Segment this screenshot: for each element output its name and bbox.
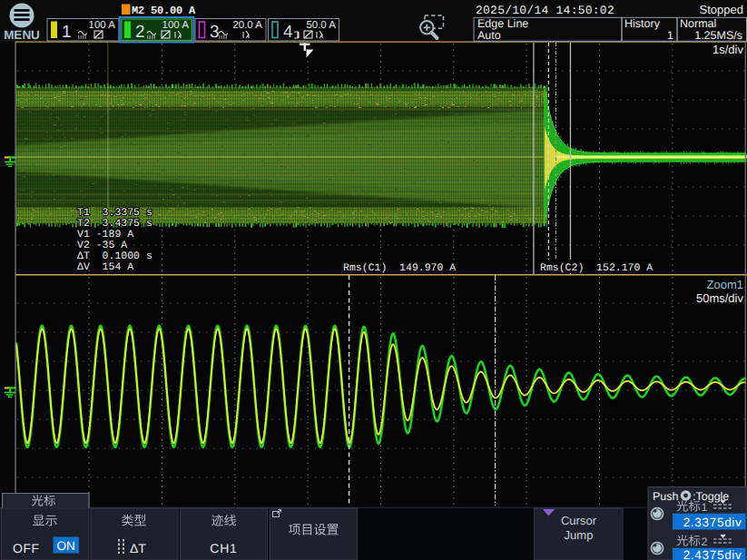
svg-text:4: 4: [283, 23, 293, 42]
svg-text:50.0 A: 50.0 A: [306, 20, 336, 31]
svg-text:Cursor: Cursor: [561, 514, 597, 527]
svg-text:ΔV 154 A: ΔV 154 A: [77, 261, 133, 273]
svg-text:1.25MS/s: 1.25MS/s: [694, 29, 742, 42]
svg-text:1: 1: [667, 29, 673, 42]
svg-text:100 A: 100 A: [89, 20, 116, 31]
svg-text:Stopped: Stopped: [700, 3, 743, 16]
svg-text:2025/10/14 14:50:02: 2025/10/14 14:50:02: [476, 4, 614, 17]
svg-text:M2 50.00 A: M2 50.00 A: [132, 5, 196, 17]
svg-text:1: 1: [62, 23, 72, 42]
svg-text:ON: ON: [57, 539, 75, 553]
svg-text:20.0 A: 20.0 A: [232, 20, 262, 31]
svg-text:Rms(C1) 149.970 A: Rms(C1) 149.970 A: [343, 262, 456, 274]
svg-text:2: 2: [135, 23, 145, 42]
svg-text:Zoom1: Zoom1: [707, 278, 743, 291]
svg-text:CH1: CH1: [210, 541, 237, 555]
svg-text:Rms(C2) 152.170 A: Rms(C2) 152.170 A: [540, 262, 653, 274]
svg-text:2.4375div: 2.4375div: [683, 548, 742, 560]
svg-text:1: 1: [702, 501, 708, 514]
svg-text:ΔT: ΔT: [130, 541, 146, 555]
svg-text:3: 3: [210, 23, 220, 42]
svg-text:50ms/div: 50ms/div: [696, 291, 744, 305]
svg-text:1s/div: 1s/div: [713, 43, 743, 56]
svg-text:History: History: [624, 17, 661, 30]
svg-text:Jump: Jump: [565, 528, 594, 542]
svg-text:Push: Push: [653, 490, 679, 503]
svg-text:Auto: Auto: [477, 29, 501, 42]
svg-text:MENU: MENU: [4, 28, 40, 42]
svg-text:2.3375div: 2.3375div: [683, 516, 742, 529]
svg-text:2: 2: [702, 535, 708, 548]
svg-text:100 A: 100 A: [162, 20, 190, 31]
svg-text:OFF: OFF: [13, 541, 40, 555]
